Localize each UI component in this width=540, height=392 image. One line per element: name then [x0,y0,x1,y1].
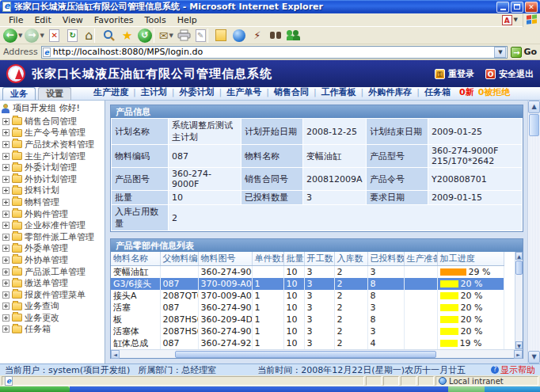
table-row[interactable]: 接头A2087QT002370-009-A085011032820 % [111,290,504,302]
tree-item[interactable]: 销售合同管理 [2,116,105,127]
nav-link[interactable]: 销售合同 [269,86,314,98]
menu-help[interactable]: Help [172,14,203,26]
menu-view[interactable]: View [57,14,89,26]
notes-button[interactable] [213,28,229,44]
tree-item[interactable]: 企业标准件管理 [2,219,105,231]
column-header[interactable]: 批量 [283,252,304,266]
expand-icon[interactable] [2,118,10,125]
parts-horizontal-scrollbar[interactable]: ◄ ► [111,349,523,358]
column-header[interactable]: 加工进度 [437,252,504,266]
expand-icon[interactable] [2,234,10,241]
tree-item[interactable]: 产品技术资料管理 [2,139,105,150]
relogin-button[interactable]: ⚿ 重登录 [435,68,474,80]
search-button[interactable] [101,28,117,44]
menu-favorites[interactable]: Favorites [89,14,139,26]
table-row[interactable]: 活塞体2087HS002360-274-9011W11032320 % [111,325,504,337]
scroll-thumb[interactable] [515,261,523,275]
logout-button[interactable]: O 安全退出 [485,68,534,80]
expand-icon[interactable] [2,187,10,194]
scroll-up-icon[interactable]: ▲ [528,101,540,113]
forward-button[interactable]: →▼ [25,28,44,44]
tree-item[interactable]: 业务更改 [2,312,105,324]
scroll-thumb[interactable] [175,351,436,358]
nav-link[interactable]: 生产单号 [222,86,266,98]
expand-icon[interactable] [2,314,10,322]
expand-icon[interactable] [2,129,10,136]
mail-button[interactable]: ✉▼ [158,28,174,44]
history-button[interactable]: ↺ [138,28,156,44]
scroll-thumb[interactable] [529,114,539,136]
scroll-right-icon[interactable]: ► [514,350,523,359]
expand-icon[interactable] [2,303,10,310]
scroll-down-icon[interactable]: ▼ [528,351,540,363]
refresh-button[interactable]: ↻ [65,28,81,44]
scroll-up-icon[interactable]: ▲ [515,252,523,260]
column-header[interactable]: 生产准备 [404,252,437,266]
expand-icon[interactable] [2,222,10,229]
tree-item[interactable]: 外委单管理 [2,243,105,255]
close-button[interactable]: ✕ [525,2,538,13]
taskbar-button[interactable] [448,386,485,392]
expand-icon[interactable] [2,291,10,299]
messenger-globe-button[interactable] [231,28,247,44]
menu-file[interactable]: File [3,14,29,26]
tree-item[interactable]: 报废件管理菜单 [2,289,105,301]
messenger-contacts-button[interactable] [286,28,302,44]
tree-item[interactable]: 生产令号单管理 [2,127,105,139]
nav-link[interactable]: 主计划 [136,86,172,98]
back-button[interactable]: ←▼ [3,28,22,44]
nav-link[interactable]: 外委计划 [174,86,219,98]
column-header[interactable]: 已投料数 [367,252,404,266]
chevron-down-icon[interactable]: ▼ [169,32,173,39]
column-header[interactable]: 开工数 [304,252,334,266]
minimize-button[interactable] [496,2,509,13]
table-row[interactable]: 缸体总成087360-274-9200F11032419 % [111,337,504,349]
tree-item[interactable]: 物料管理 [2,196,105,208]
expand-icon[interactable] [2,257,10,264]
stop-button[interactable]: ✕ [47,28,63,44]
scroll-down-icon[interactable]: ▼ [515,341,523,349]
tab-settings[interactable]: 设置 [38,87,71,100]
expand-icon[interactable] [2,211,10,218]
column-header[interactable]: 单件数量 [252,252,283,266]
tree-item[interactable]: 外购件管理 [2,208,105,220]
nav-link[interactable]: 外购件库存 [363,86,416,98]
tree-item[interactable]: 零部件派工单管理 [2,231,105,243]
address-input[interactable]: e http://localhost:8080/MPS/login.do ▼ [41,46,508,59]
maximize-button[interactable] [511,2,523,13]
tree-item[interactable]: 产品派工单管理 [2,266,105,278]
expand-icon[interactable] [2,176,10,183]
expand-icon[interactable] [2,164,10,171]
expand-icon[interactable] [2,280,10,287]
column-header[interactable]: 物料图号 [198,252,252,266]
edit-button[interactable]: ✎ [195,28,211,44]
expand-icon[interactable] [2,325,10,333]
tree-item[interactable]: 外协计划管理 [2,173,105,185]
scroll-left-icon[interactable]: ◄ [111,350,120,359]
start-button[interactable] [0,386,70,392]
table-row[interactable]: 板2087HS002360-209-4D01011032820 % [111,314,504,325]
expand-icon[interactable] [2,153,10,160]
column-header[interactable]: 父物料编码 [160,252,198,266]
address-dropdown-button[interactable]: ▼ [494,47,506,58]
nav-link[interactable]: 工作看板 [317,86,361,98]
print-button[interactable] [177,28,192,44]
tab-business[interactable]: 业务 [2,87,36,100]
tree-item[interactable]: 外委计划管理 [2,162,105,173]
nav-link[interactable]: 生产进度 [89,86,133,98]
page-vertical-scrollbar[interactable]: ▲ ▼ [527,101,540,363]
expand-icon[interactable] [2,141,10,148]
show-help-link[interactable]: ? 显示帮助 [491,364,535,376]
tree-item[interactable]: 任务箱 [2,324,105,336]
pdf-toolbar-button[interactable]: A ▼ [502,15,518,25]
expand-icon[interactable] [2,268,10,276]
tree-item[interactable]: 主生产计划管理 [2,150,105,162]
go-button[interactable]: → Go [511,47,537,58]
tree-item[interactable]: 缴送单管理 [2,277,105,289]
menu-edit[interactable]: Edit [29,14,56,26]
bolt-button[interactable]: ⚡ [249,28,265,44]
parts-vertical-scrollbar[interactable]: ▲ ▼ [515,252,523,349]
table-row[interactable]: 变幅油缸360-274-9000F1032329 % [111,266,504,279]
nav-link[interactable]: 任务箱 [420,86,455,98]
tree-item[interactable]: 投料计划 [2,185,105,197]
